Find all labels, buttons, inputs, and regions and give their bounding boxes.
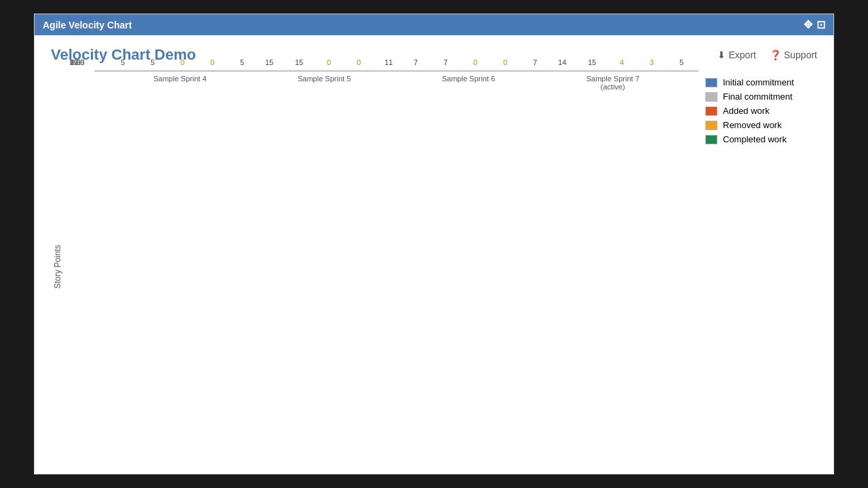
bar-label-0-1: 5 <box>151 58 155 66</box>
title-bar: Agile Velocity Chart ✥ ⊡ <box>35 14 833 35</box>
move-icon[interactable]: ✥ <box>804 18 812 31</box>
legend-label-added: Added work <box>723 106 770 116</box>
export-icon: ⬇ <box>717 49 726 60</box>
y-tick-17.5: 17.5 <box>70 58 84 66</box>
bar-label-1-1: 15 <box>295 58 303 66</box>
bar-label-2-2: 0 <box>473 58 477 66</box>
chart-plot-wrapper: 0.02.55.07.510.012.515.017.5 55005151500… <box>94 70 698 463</box>
bar-label-0-4: 5 <box>240 58 244 66</box>
legend-label-completed: Completed work <box>723 134 787 144</box>
app-window: Agile Velocity Chart ✥ ⊡ Velocity Chart … <box>34 14 834 474</box>
bar-label-3-0: 14 <box>558 58 566 66</box>
bar-label-1-0: 15 <box>265 58 273 66</box>
support-button[interactable]: ❓ Support <box>770 49 817 60</box>
legend-color-initial <box>705 78 717 87</box>
legend-label-final: Final commitment <box>723 92 793 102</box>
support-label: Support <box>784 49 817 60</box>
x-label-3: Sample Sprint 7 (active) <box>552 75 674 91</box>
bar-label-0-0: 5 <box>121 58 125 66</box>
bar-label-2-4: 7 <box>533 58 537 66</box>
legend-color-completed <box>705 135 717 144</box>
window-title: Agile Velocity Chart <box>43 20 132 30</box>
bar-label-3-2: 4 <box>620 58 624 66</box>
bar-label-2-0: 7 <box>414 58 418 66</box>
y-axis-label: Story Points <box>51 70 64 463</box>
bar-label-0-3: 0 <box>210 58 214 66</box>
chart-plot: 0.02.55.07.510.012.515.017.5 55005151500… <box>94 70 698 72</box>
legend: Initial commitment Final commitment Adde… <box>698 70 817 463</box>
bar-label-1-4: 11 <box>384 58 393 66</box>
bar-label-1-3: 0 <box>357 58 361 66</box>
legend-label-removed: Removed work <box>723 120 782 130</box>
header-row: Velocity Chart Demo ⬇ Export ❓ Support <box>51 46 817 64</box>
restore-icon[interactable]: ⊡ <box>816 18 825 31</box>
x-label-0: Sample Sprint 4 <box>119 75 241 91</box>
bar-label-3-1: 15 <box>588 58 596 66</box>
legend-item-completed: Completed work <box>705 134 810 144</box>
bar-label-2-1: 7 <box>443 58 448 66</box>
x-label-2: Sample Sprint 6 <box>408 75 530 91</box>
legend-item-removed: Removed work <box>705 120 810 130</box>
title-bar-icons: ✥ ⊡ <box>804 18 825 31</box>
export-label: Export <box>728 49 755 60</box>
legend-color-removed <box>705 121 717 130</box>
legend-color-added <box>705 106 717 116</box>
bar-label-3-3: 3 <box>650 58 654 66</box>
legend-label-initial: Initial commitment <box>723 77 794 87</box>
header-actions: ⬇ Export ❓ Support <box>717 49 817 60</box>
support-icon: ❓ <box>770 49 781 60</box>
main-content: Velocity Chart Demo ⬇ Export ❓ Support S… <box>35 35 833 474</box>
bar-label-1-2: 0 <box>327 58 331 66</box>
legend-item-final: Final commitment <box>705 92 810 102</box>
bar-label-2-3: 0 <box>503 58 507 66</box>
x-labels: Sample Sprint 4Sample Sprint 5Sample Spr… <box>94 75 698 91</box>
chart-with-legend: 0.02.55.07.510.012.515.017.5 55005151500… <box>67 70 817 463</box>
grid-line-17.5 <box>96 70 698 70</box>
chart-inner: 0.02.55.07.510.012.515.017.5 55005151500… <box>67 70 817 463</box>
export-button[interactable]: ⬇ Export <box>717 49 755 60</box>
bar-label-0-2: 0 <box>180 58 184 66</box>
legend-item-initial: Initial commitment <box>705 77 810 87</box>
legend-item-added: Added work <box>705 106 810 116</box>
legend-color-final <box>705 92 717 102</box>
chart-area: Story Points 0.02.55.07.510.012.515.017.… <box>51 70 817 463</box>
x-label-1: Sample Sprint 5 <box>263 75 385 91</box>
bar-label-3-4: 5 <box>679 58 684 66</box>
